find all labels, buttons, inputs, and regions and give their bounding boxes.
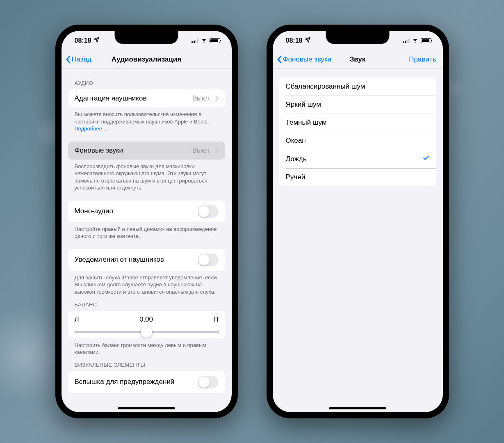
row-mono-audio: Моно-аудио — [68, 201, 225, 222]
notch — [115, 31, 178, 44]
footer-background: Воспроизводить фоновые звуки для маскиро… — [62, 160, 232, 192]
chevron-right-icon — [215, 148, 219, 153]
section-header-visual: ВИЗУАЛЬНЫЕ ЭЛЕМЕНТЫ — [62, 356, 232, 371]
phone-left: 08:18 Назад Аудиовизуализация АУД — [55, 25, 238, 418]
chevron-left-icon — [277, 55, 282, 64]
cell-label: Фоновые звуки — [75, 146, 123, 155]
cell-group-balance: Л 0,00 П — [68, 311, 225, 338]
nav-back-label: Фоновые звуки — [283, 55, 332, 64]
battery-icon — [421, 38, 431, 43]
screen: 08:18 Фоновые звуки Звук Править — [273, 31, 443, 412]
row-headphone-notify: Уведомления от наушников — [68, 249, 225, 271]
balance-slider[interactable] — [75, 331, 219, 333]
section-header-audio: АУДИО — [62, 69, 232, 89]
battery-icon — [210, 38, 220, 43]
cell-group-headphone-notify: Уведомления от наушников — [68, 249, 225, 271]
balance-labels: Л 0,00 П — [68, 311, 225, 324]
chevron-left-icon — [66, 55, 71, 64]
home-indicator[interactable] — [118, 407, 175, 409]
sound-option[interactable]: Дождь — [279, 150, 436, 168]
cell-group-flash: Вспышка для предупреждений — [68, 371, 225, 393]
footer-mono: Настройте правый и левый динамик на восп… — [62, 222, 232, 240]
cell-value: Выкл. — [192, 146, 211, 155]
sound-option[interactable]: Океан — [279, 132, 436, 150]
nav-bar: Назад Аудиовизуализация — [62, 50, 232, 69]
cell-value: Выкл. — [192, 94, 211, 103]
cell-group-headphone: Адаптация наушников Выкл. — [68, 89, 225, 107]
check-icon — [422, 154, 430, 164]
sounds-list: Сбалансированный шумЯркий шумТемный шумО… — [279, 78, 436, 186]
cell-label: Моно-аудио — [75, 207, 113, 215]
sound-label: Океан — [286, 137, 306, 145]
cell-group-background-sounds: Фоновые звуки Выкл. — [68, 142, 225, 160]
row-headphone-adaptation[interactable]: Адаптация наушников Выкл. — [68, 89, 225, 107]
location-icon — [94, 37, 99, 44]
sound-label: Темный шум — [286, 119, 327, 127]
balance-value: 0,00 — [139, 315, 153, 324]
phone-right: 08:18 Фоновые звуки Звук Править — [267, 25, 449, 418]
nav-edit-button[interactable]: Править — [409, 55, 438, 64]
toggle-headphone-notify[interactable] — [198, 253, 219, 266]
nav-bar: Фоновые звуки Звук Править — [273, 50, 443, 69]
wifi-icon — [412, 37, 419, 45]
content-scroll[interactable]: Сбалансированный шумЯркий шумТемный шумО… — [273, 69, 443, 412]
toggle-flash-alerts[interactable] — [198, 376, 219, 388]
row-background-sounds[interactable]: Фоновые звуки Выкл. — [68, 142, 225, 160]
footer-balance: Настроить баланс громкости между левым и… — [62, 338, 232, 356]
cell-label: Адаптация наушников — [75, 94, 147, 103]
footer-headphone: Вы можете вносить пользовательские измен… — [62, 107, 232, 132]
sound-label: Яркий шум — [286, 100, 322, 109]
sound-option[interactable]: Яркий шум — [279, 96, 436, 114]
sound-option[interactable]: Темный шум — [279, 114, 436, 132]
cell-group-mono: Моно-аудио — [68, 201, 225, 222]
cell-label: Вспышка для предупреждений — [75, 378, 175, 386]
sound-option[interactable]: Ручей — [279, 168, 436, 186]
nav-back-button[interactable]: Фоновые звуки — [277, 55, 332, 64]
section-header-balance: БАЛАНС — [62, 296, 232, 311]
home-indicator[interactable] — [329, 407, 386, 409]
nav-title: Аудиовизуализация — [112, 55, 181, 64]
toggle-mono-audio[interactable] — [198, 205, 219, 218]
nav-title: Звук — [350, 55, 366, 64]
location-icon — [305, 37, 310, 44]
signal-icon — [192, 39, 198, 43]
balance-right-label: П — [213, 315, 218, 324]
cell-label: Уведомления от наушников — [75, 256, 164, 264]
status-time: 08:18 — [286, 37, 303, 44]
sound-label: Ручей — [286, 173, 306, 181]
footer-notify: Для защиты слуха iPhone отправляет уведо… — [62, 271, 232, 296]
chevron-right-icon — [215, 96, 219, 101]
sound-label: Сбалансированный шум — [286, 82, 365, 91]
sound-option[interactable]: Сбалансированный шум — [279, 78, 436, 96]
sound-label: Дождь — [286, 155, 307, 163]
link-more[interactable]: Подробнее… — [75, 126, 107, 132]
wifi-icon — [201, 37, 208, 45]
row-flash-alerts: Вспышка для предупреждений — [68, 371, 225, 393]
balance-left-label: Л — [75, 315, 79, 324]
slider-thumb[interactable] — [141, 326, 152, 338]
status-time: 08:18 — [75, 37, 91, 44]
nav-back-label: Назад — [72, 55, 92, 64]
nav-back-button[interactable]: Назад — [66, 55, 92, 64]
signal-icon — [403, 39, 410, 43]
screen: 08:18 Назад Аудиовизуализация АУД — [62, 31, 232, 412]
content-scroll[interactable]: АУДИО Адаптация наушников Выкл. Вы может… — [62, 69, 232, 412]
notch — [326, 31, 390, 44]
